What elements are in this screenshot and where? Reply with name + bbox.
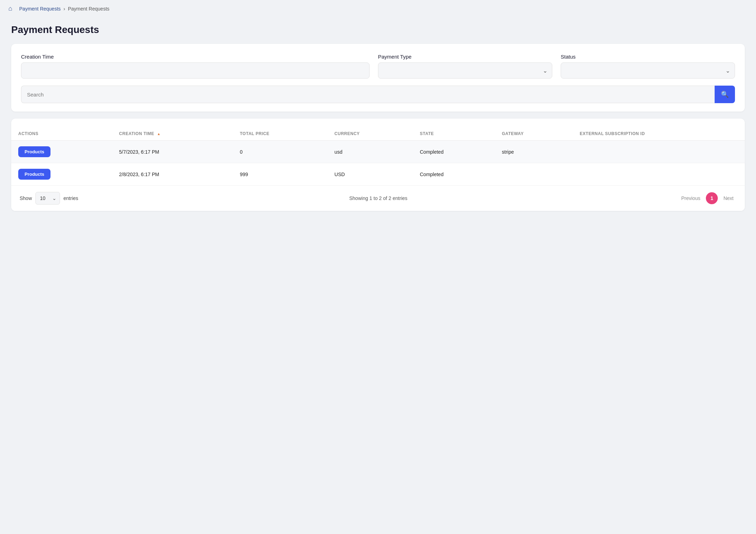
status-select-wrapper: ⌄ — [561, 62, 735, 79]
table-row: Products2/8/2023, 6:17 PM999USDCompleted — [11, 163, 745, 186]
cell-gateway: stripe — [495, 141, 573, 163]
table-header-row: ACTIONS CREATION TIME ▲ TOTAL PRICE CURR… — [11, 127, 745, 141]
col-creation-time[interactable]: CREATION TIME ▲ — [112, 127, 233, 141]
creation-time-input[interactable] — [21, 62, 370, 79]
data-table: ACTIONS CREATION TIME ▲ TOTAL PRICE CURR… — [11, 127, 745, 186]
payment-type-select-wrapper: ⌄ — [378, 62, 552, 79]
col-actions: ACTIONS — [11, 127, 112, 141]
table-footer: Show 10 25 50 ⌄ entries Showing 1 to 2 o… — [11, 186, 745, 211]
cell-gateway — [495, 163, 573, 186]
col-state: STATE — [413, 127, 495, 141]
filter-card: Creation Time Payment Type ⌄ Status — [11, 44, 745, 112]
col-external-subscription-id: EXTERNAL SUBSCRIPTION ID — [573, 127, 745, 141]
status-label: Status — [561, 54, 735, 60]
breadcrumb: ⌂ Payment Requests › Payment Requests — [0, 0, 756, 17]
col-gateway: GATEWAY — [495, 127, 573, 141]
table-card: ACTIONS CREATION TIME ▲ TOTAL PRICE CURR… — [11, 119, 745, 211]
previous-button[interactable]: Previous — [679, 194, 703, 202]
entries-label: entries — [63, 195, 78, 201]
breadcrumb-item-1[interactable]: Payment Requests — [19, 6, 61, 12]
col-currency: CURRENCY — [328, 127, 413, 141]
breadcrumb-item-2: Payment Requests — [68, 6, 109, 12]
showing-text: Showing 1 to 2 of 2 entries — [349, 195, 407, 201]
entries-select-wrapper: 10 25 50 ⌄ — [35, 192, 60, 205]
cell-total-price: 0 — [233, 141, 328, 163]
col-total-price: TOTAL PRICE — [233, 127, 328, 141]
cell-external-subscription-id — [573, 163, 745, 186]
pagination: Previous 1 Next — [679, 192, 736, 204]
cell-total-price: 999 — [233, 163, 328, 186]
status-group: Status ⌄ — [561, 54, 735, 79]
payment-type-group: Payment Type ⌄ — [378, 54, 552, 79]
entries-select[interactable]: 10 25 50 — [35, 192, 60, 205]
status-select[interactable] — [561, 62, 735, 79]
search-row: 🔍 — [21, 86, 735, 103]
show-entries: Show 10 25 50 ⌄ entries — [20, 192, 78, 205]
cell-currency: usd — [328, 141, 413, 163]
search-icon: 🔍 — [721, 91, 729, 98]
payment-type-label: Payment Type — [378, 54, 552, 60]
cell-state: Completed — [413, 141, 495, 163]
page-content: Payment Requests Creation Time Payment T… — [0, 17, 756, 225]
cell-actions: Products — [11, 163, 112, 186]
payment-type-select[interactable] — [378, 62, 552, 79]
search-input[interactable] — [21, 86, 715, 103]
creation-time-group: Creation Time — [21, 54, 370, 79]
page-title: Payment Requests — [11, 24, 745, 35]
show-label: Show — [20, 195, 32, 201]
sort-icon: ▲ — [157, 132, 161, 136]
search-button[interactable]: 🔍 — [715, 86, 735, 103]
cell-currency: USD — [328, 163, 413, 186]
page-number-1[interactable]: 1 — [706, 192, 718, 204]
cell-creation-time: 5/7/2023, 6:17 PM — [112, 141, 233, 163]
cell-actions: Products — [11, 141, 112, 163]
home-icon[interactable]: ⌂ — [8, 5, 12, 12]
creation-time-label: Creation Time — [21, 54, 370, 60]
cell-state: Completed — [413, 163, 495, 186]
next-button[interactable]: Next — [721, 194, 736, 202]
products-button[interactable]: Products — [18, 146, 50, 157]
products-button[interactable]: Products — [18, 169, 50, 180]
cell-external-subscription-id — [573, 141, 745, 163]
cell-creation-time: 2/8/2023, 6:17 PM — [112, 163, 233, 186]
table-row: Products5/7/2023, 6:17 PM0usdCompletedst… — [11, 141, 745, 163]
